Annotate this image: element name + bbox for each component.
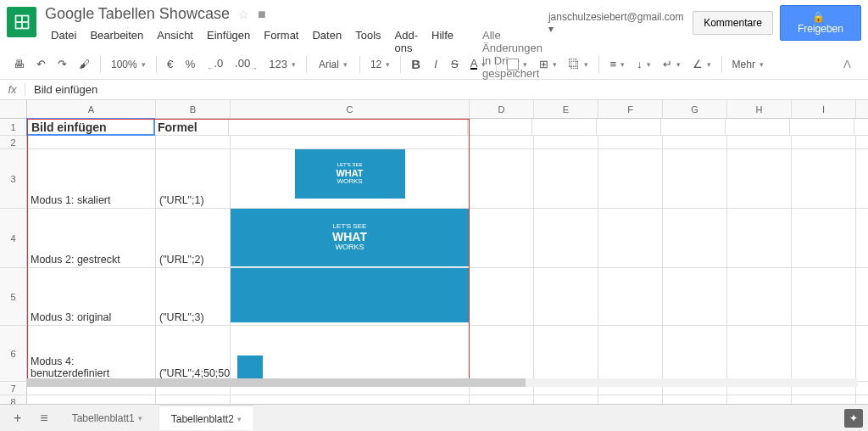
text-color-dropdown[interactable]: A — [465, 56, 492, 72]
cell[interactable] — [231, 136, 470, 148]
cell-B1[interactable]: Formel — [154, 119, 229, 135]
cell-B5[interactable]: ("URL";3) — [156, 268, 231, 325]
cell[interactable] — [663, 268, 727, 325]
cell[interactable] — [663, 136, 727, 148]
cell[interactable] — [792, 136, 856, 148]
row-header[interactable]: 3 — [0, 149, 27, 208]
row-header[interactable]: 1 — [0, 119, 27, 135]
cell[interactable] — [726, 119, 790, 135]
cell[interactable] — [27, 136, 156, 148]
row-header[interactable]: 6 — [0, 326, 27, 381]
col-header[interactable]: E — [534, 100, 598, 118]
comments-button[interactable]: Kommentare — [693, 11, 773, 35]
cell[interactable] — [534, 136, 598, 148]
cell[interactable] — [534, 149, 598, 208]
cell[interactable] — [661, 119, 726, 135]
italic-button[interactable]: I — [427, 54, 444, 74]
col-header[interactable]: G — [663, 100, 727, 118]
cell[interactable] — [727, 136, 792, 148]
col-header[interactable]: B — [156, 100, 231, 118]
paint-format-icon[interactable]: 🖌 — [74, 54, 95, 74]
cell[interactable] — [727, 149, 792, 208]
cell-A1[interactable]: Bild einfügen — [26, 118, 155, 136]
cell[interactable] — [792, 326, 856, 381]
cell[interactable] — [790, 119, 854, 135]
cell-A4[interactable]: Modus 2: gestreckt — [27, 209, 156, 267]
select-all-corner[interactable] — [0, 100, 27, 118]
collapse-toolbar-icon[interactable]: ᐱ — [835, 54, 860, 74]
zoom-dropdown[interactable]: 100% — [106, 56, 151, 73]
cell[interactable] — [792, 268, 856, 325]
col-header[interactable]: I — [792, 100, 856, 118]
folder-icon[interactable]: ■ — [258, 7, 266, 22]
formula-input[interactable]: Bild einfügen — [25, 81, 106, 98]
cell[interactable] — [534, 326, 598, 381]
fontsize-dropdown[interactable]: 12 — [365, 56, 395, 73]
increase-decimal-button[interactable]: .00→ — [230, 53, 262, 76]
user-email[interactable]: janschulzesiebert@gmail.com ▾ — [548, 11, 686, 35]
cell[interactable] — [663, 209, 727, 267]
cell[interactable] — [470, 326, 534, 381]
menu-format[interactable]: Format — [258, 26, 304, 82]
cell-B4[interactable]: ("URL";2) — [156, 209, 231, 267]
sheets-logo[interactable] — [7, 7, 36, 37]
cell[interactable] — [598, 268, 663, 325]
percent-button[interactable]: % — [181, 54, 201, 74]
add-sheet-button[interactable]: + — [7, 407, 28, 429]
decrease-decimal-button[interactable]: ←.0 — [202, 53, 228, 76]
cell[interactable] — [470, 209, 534, 267]
row-header[interactable]: 5 — [0, 268, 27, 325]
bold-button[interactable]: B — [406, 53, 426, 75]
cell[interactable] — [597, 119, 661, 135]
row-header[interactable]: 7 — [0, 382, 27, 395]
cell[interactable] — [470, 149, 534, 208]
cell[interactable] — [727, 268, 792, 325]
star-icon[interactable]: ☆ — [238, 8, 249, 21]
font-dropdown[interactable]: Arial — [312, 56, 354, 73]
all-sheets-button[interactable]: ≡ — [33, 407, 54, 429]
cell-C3[interactable]: LET'S SEEWHATWORKS — [231, 149, 470, 208]
cell[interactable] — [156, 136, 231, 148]
cell[interactable] — [663, 149, 727, 208]
undo-icon[interactable]: ↶ — [31, 54, 51, 74]
sheet-tab[interactable]: Tabellenblatt1 — [60, 407, 154, 429]
row-header[interactable]: 2 — [0, 136, 27, 148]
col-header[interactable]: C — [231, 100, 470, 118]
cell[interactable] — [534, 268, 598, 325]
cell[interactable] — [532, 119, 597, 135]
cell-C6[interactable] — [231, 326, 470, 381]
cell[interactable] — [468, 119, 532, 135]
cell[interactable] — [792, 209, 856, 267]
more-dropdown[interactable]: Mehr — [727, 56, 769, 73]
cell-B6[interactable]: ("URL";4;50;50) — [156, 326, 231, 381]
sheet-tab-active[interactable]: Tabellenblatt2 — [159, 406, 253, 430]
rotate-dropdown[interactable]: ∠ — [687, 55, 716, 73]
wrap-dropdown[interactable]: ↵ — [658, 55, 686, 73]
cell[interactable] — [598, 209, 663, 267]
cell[interactable] — [598, 326, 663, 381]
horizontal-scrollbar[interactable] — [27, 378, 858, 387]
cell[interactable] — [470, 136, 534, 148]
cell[interactable] — [727, 326, 792, 381]
menu-tools[interactable]: Tools — [349, 26, 387, 82]
col-header[interactable]: F — [598, 100, 663, 118]
valign-dropdown[interactable]: ↓ — [632, 55, 656, 73]
share-button[interactable]: 🔒Freigeben — [780, 5, 861, 41]
cell[interactable] — [598, 136, 663, 148]
halign-dropdown[interactable]: ≡ — [604, 55, 630, 73]
cell[interactable] — [663, 326, 727, 381]
cell-A5[interactable]: Modus 3: original — [27, 268, 156, 325]
cell[interactable] — [792, 149, 856, 208]
col-header[interactable]: H — [727, 100, 792, 118]
menu-data[interactable]: Daten — [306, 26, 348, 82]
col-header[interactable]: D — [470, 100, 534, 118]
fill-color-dropdown[interactable] — [502, 56, 532, 73]
doc-title[interactable]: Google Tabellen Showcase — [45, 5, 230, 23]
currency-button[interactable]: € — [162, 54, 179, 74]
cell[interactable] — [229, 119, 468, 135]
strikethrough-button[interactable]: S — [446, 54, 464, 74]
number-format-dropdown[interactable]: 123 — [264, 55, 301, 73]
cell[interactable] — [598, 149, 663, 208]
cell[interactable] — [727, 209, 792, 267]
merge-dropdown[interactable]: ⿻ — [564, 55, 593, 73]
